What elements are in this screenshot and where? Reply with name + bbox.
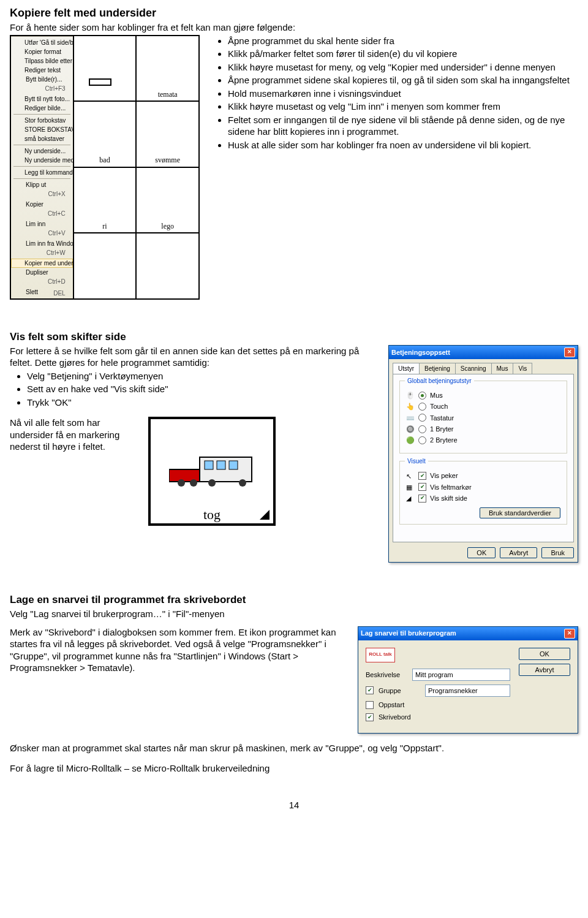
menu-item[interactable]: Ny underside med bilder... — [11, 156, 73, 165]
grid-cell: bad — [74, 101, 137, 167]
check-vis-peker[interactable] — [418, 472, 426, 480]
snarvei-dialog: Lag snarvei til brukerprogram ✕ ROLL tal… — [358, 626, 578, 734]
dialog-title: Lag snarvei til brukerprogram — [361, 629, 456, 637]
dialog-title: Betjeningsoppsett — [391, 348, 450, 357]
list-item: Feltet som er inngangen til de nye siden… — [228, 114, 578, 138]
radio-1bryter[interactable] — [418, 425, 426, 433]
grid-screenshot: temata Utfør 'Gå til side/bilde' Kopier … — [10, 35, 200, 300]
grid-cell: lego — [136, 167, 199, 233]
pageflip-icon — [260, 510, 270, 520]
list-item: Klikk høyre musetast og velg "Lim inn" i… — [228, 101, 578, 113]
section3-p3: Ønsker man at programmet skal startes nå… — [10, 742, 578, 754]
section2-bullets: Velg "Betjening" i Verktøymenyen Sett av… — [10, 370, 376, 409]
menu-item[interactable]: Utfør 'Gå til side/bilde' — [11, 38, 73, 47]
radio-mus[interactable] — [418, 392, 426, 400]
menu-item[interactable]: Stor forbokstav — [11, 116, 73, 125]
cancel-button[interactable]: Avbryt — [519, 664, 570, 676]
ok-button[interactable]: OK — [467, 547, 496, 558]
menu-item[interactable]: Bytt til nytt foto... — [11, 94, 73, 104]
close-icon[interactable]: ✕ — [564, 629, 575, 639]
grid-cell — [74, 233, 137, 299]
menu-item[interactable]: STORE BOKSTAVER — [11, 125, 73, 134]
grid-cell: svømme — [136, 101, 199, 167]
radio-touch[interactable] — [418, 403, 426, 411]
menu-item[interactable]: Bytt bilde(r)...Ctrl+F3 — [11, 75, 73, 94]
list-item: Klikk på/marker feltet som fører til sid… — [228, 48, 578, 60]
tog-label: tog — [203, 506, 221, 524]
desc-label: Beskrivelse — [366, 670, 407, 679]
list-item: Hold musemarkøren inne i visningsvinduet — [228, 88, 578, 100]
group-legend: Visuelt — [405, 457, 428, 465]
svg-point-10 — [239, 479, 246, 487]
grid-icon: ▦ — [406, 483, 415, 491]
section2-p2: Nå vil alle felt som har undersider få e… — [10, 417, 138, 453]
program-icon: ROLL talk — [366, 648, 395, 662]
pointer-icon: ↖ — [406, 472, 415, 480]
pageflip-icon: ◢ — [406, 494, 415, 503]
check-skrivebord[interactable] — [366, 713, 374, 721]
section2-p1: For lettere å se hvilke felt som går til… — [10, 345, 376, 369]
svg-rect-6 — [229, 461, 238, 469]
apply-button[interactable]: Bruk — [541, 547, 574, 558]
tab-mus[interactable]: Mus — [491, 363, 514, 374]
menu-item[interactable]: Klipp utCtrl+X — [11, 180, 73, 200]
grid-cell — [74, 36, 137, 102]
gruppe-field[interactable]: Programsnekker — [425, 685, 510, 697]
tab-vis[interactable]: Vis — [513, 363, 532, 374]
dialog-titlebar: Lag snarvei til brukerprogram ✕ — [358, 627, 578, 640]
menu-item[interactable]: KopierCtrl+C — [11, 200, 73, 219]
menu-item[interactable]: Lim inn fra WindowsCtrl+W — [11, 239, 73, 259]
section3-p4: For å lagre til Micro-Rolltalk – se Micr… — [10, 762, 578, 775]
menu-item[interactable]: Legg til kommando... — [11, 168, 73, 177]
desc-field[interactable]: Mitt program — [412, 669, 510, 681]
svg-point-9 — [208, 479, 216, 487]
tog-field-card: tog — [148, 417, 276, 526]
menu-item[interactable]: SlettDEL — [11, 287, 73, 299]
ok-button[interactable]: OK — [519, 648, 570, 660]
menu-item[interactable]: Tilpass bilde etter ramme — [11, 56, 73, 66]
list-item: Velg "Betjening" i Verktøymenyen — [27, 370, 376, 382]
menu-item[interactable]: Ny underside... — [11, 146, 73, 156]
touch-icon: 👆 — [406, 402, 415, 411]
section3-heading: Lage en snarvei til programmet fra skriv… — [10, 593, 578, 607]
check-oppstart[interactable] — [366, 701, 374, 709]
radio-2brytere[interactable] — [418, 436, 426, 444]
radio-tastatur[interactable] — [418, 414, 426, 422]
menu-item[interactable]: Rediger tekst — [11, 66, 73, 75]
group-legend: Globalt betjeningsutstyr — [405, 377, 474, 385]
reset-button[interactable]: Bruk standardverdier — [480, 507, 560, 518]
menu-item[interactable]: DupliserCtrl+D — [11, 268, 73, 287]
menu-item[interactable]: Kopier format — [11, 47, 73, 56]
check-vis-feltmarkor[interactable] — [418, 483, 426, 491]
context-menu-cell: Utfør 'Gå til side/bilde' Kopier format … — [10, 36, 74, 299]
section3-p1: Velg "Lag snarvei til brukerprogram…" i … — [10, 608, 578, 620]
check-gruppe[interactable] — [366, 686, 374, 694]
menu-item-selected[interactable]: Kopier med undersider — [11, 259, 73, 268]
tab-betjening[interactable]: Betjening — [419, 363, 456, 374]
svg-rect-4 — [205, 461, 213, 469]
close-icon[interactable]: ✕ — [564, 347, 575, 357]
list-item: Trykk "OK" — [27, 396, 376, 409]
grid-cell: ri — [74, 167, 137, 233]
svg-point-7 — [178, 479, 185, 487]
menu-item[interactable]: små bokstaver — [11, 134, 73, 143]
section1-heading: Kopiere felt med undersider — [10, 6, 578, 20]
list-item: Klikk høyre musetast for meny, og velg "… — [228, 61, 578, 74]
svg-marker-11 — [260, 510, 270, 520]
section2-heading: Vis felt som skifter side — [10, 330, 578, 344]
menu-item[interactable]: Lim innCtrl+V — [11, 219, 73, 239]
section3-p2: Merk av "Skrivebord" i dialogboksen som … — [10, 626, 345, 674]
tab-scanning[interactable]: Scanning — [455, 363, 492, 374]
grid-cell: temata — [136, 36, 199, 102]
section1-intro: For å hente sider som har koblinger fra … — [10, 21, 578, 34]
betjeningsoppsett-dialog: Betjeningsoppsett ✕ Utstyr Betjening Sca… — [388, 345, 578, 563]
menu-item[interactable]: Rediger bilde... — [11, 104, 73, 113]
check-vis-skift-side[interactable] — [418, 495, 426, 503]
dialog-titlebar: Betjeningsoppsett ✕ — [389, 346, 578, 359]
page-number: 14 — [10, 799, 578, 811]
svg-point-8 — [190, 479, 197, 487]
mouse-icon: 🖱️ — [406, 391, 415, 400]
tab-utstyr[interactable]: Utstyr — [393, 363, 420, 374]
keyboard-icon: ⌨️ — [406, 414, 415, 422]
cancel-button[interactable]: Avbryt — [500, 547, 537, 558]
